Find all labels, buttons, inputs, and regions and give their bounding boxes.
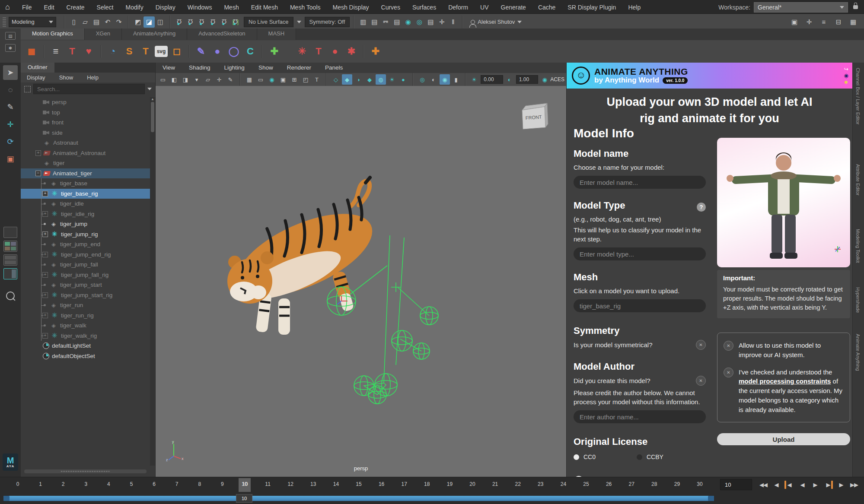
- menu-edit-mesh[interactable]: Edit Mesh: [245, 4, 284, 11]
- select-tool-button[interactable]: ➤: [3, 65, 18, 80]
- go-to-end-button[interactable]: ▶▶: [848, 479, 860, 491]
- menu-edit[interactable]: Edit: [38, 4, 60, 11]
- home-icon[interactable]: ⌂: [5, 3, 10, 12]
- frame-tick[interactable]: 1: [34, 481, 47, 487]
- arc-curve-icon[interactable]: C: [243, 44, 258, 59]
- frame-tick[interactable]: 7: [170, 481, 183, 487]
- make-live-icon[interactable]: [Ω]: [230, 16, 241, 28]
- pan-zoom-icon[interactable]: ✛: [214, 74, 224, 85]
- character-controls-icon[interactable]: ✛: [803, 16, 815, 28]
- frame-tick[interactable]: 13: [307, 481, 320, 487]
- outliner-item-tiger-run[interactable]: ◈tiger_run: [21, 300, 150, 311]
- frame-tick[interactable]: 3: [80, 481, 92, 487]
- isolate-select-icon[interactable]: ◎: [417, 74, 427, 85]
- outliner-item-tiger-jump-fall[interactable]: ◈tiger_jump_fall: [21, 260, 150, 270]
- paint-effects-to-polygons-icon[interactable]: ▤: [425, 16, 436, 28]
- paint-ring-icon[interactable]: ◯: [226, 44, 241, 59]
- license-option-cc0[interactable]: CC0: [574, 453, 637, 460]
- range-slider-bar[interactable]: [3, 496, 714, 501]
- outliner-item-astronaut[interactable]: ◈Astronaut: [21, 138, 150, 148]
- ipr-render-icon[interactable]: IPR: [380, 16, 391, 28]
- frame-tick[interactable]: 15: [352, 481, 365, 487]
- motion-blur-icon[interactable]: ▮: [451, 74, 461, 85]
- sidebar-tab-modeling-toolkit[interactable]: Modeling Toolkit: [855, 229, 861, 263]
- step-back-frame-button[interactable]: ◀: [770, 479, 782, 491]
- sweep-mesh-icon[interactable]: ◔: [105, 44, 120, 59]
- gate-mask-icon[interactable]: ▣: [278, 74, 288, 85]
- toolbar-grip[interactable]: [3, 17, 6, 27]
- consent-link[interactable]: model processing constraints: [739, 377, 831, 385]
- camera-lock-icon[interactable]: ◧: [169, 74, 179, 85]
- frame-tick[interactable]: 11: [261, 481, 274, 487]
- channel-box-toggle-icon[interactable]: ≡: [818, 16, 829, 28]
- poly-remesh-icon[interactable]: ◻: [169, 44, 184, 59]
- select-component-icon[interactable]: ◫: [155, 16, 166, 28]
- viewport-menu-view[interactable]: View: [156, 64, 182, 71]
- resolution-gate-icon[interactable]: ◉: [267, 74, 277, 85]
- filter-icon[interactable]: [24, 86, 31, 92]
- viewport-canvas[interactable]: FRONT y x z persp: [156, 86, 566, 477]
- field-chart-icon[interactable]: ⊞: [289, 74, 300, 85]
- outliner-item-animated-astronaut[interactable]: +Animated_Astronaut: [21, 148, 150, 158]
- outliner-item-animated-tiger[interactable]: −Animated_tiger: [21, 168, 150, 179]
- expander-icon[interactable]: +: [35, 150, 41, 156]
- shelf-gear-icon[interactable]: ✱: [5, 44, 16, 52]
- menu-set-dropdown[interactable]: Modeling: [9, 17, 56, 27]
- shelf-tab-xgen[interactable]: XGen: [85, 29, 122, 40]
- time-slider[interactable]: 10 0123456789101112131415161718192021222…: [0, 477, 864, 493]
- license-option-ccby[interactable]: CCBY: [637, 453, 700, 460]
- pause-icon[interactable]: ‖: [447, 16, 459, 28]
- frame-tick[interactable]: 25: [580, 481, 593, 487]
- expander-icon[interactable]: +: [42, 252, 48, 257]
- frame-tick[interactable]: 10: [239, 481, 252, 487]
- shelf-editor-icon[interactable]: ▦: [848, 16, 859, 28]
- frame-tick[interactable]: 30: [693, 481, 706, 487]
- textured-mode-icon[interactable]: ◑: [353, 74, 363, 85]
- type-tool-icon[interactable]: T: [65, 44, 80, 59]
- attribute-editor-toggle-icon[interactable]: ⊟: [833, 16, 844, 28]
- light-editor-icon[interactable]: ◎: [414, 16, 425, 28]
- frame-tick[interactable]: 28: [648, 481, 661, 487]
- xgen-guide-icon[interactable]: ●: [328, 44, 342, 59]
- render-sequence-icon[interactable]: ▤: [391, 16, 402, 28]
- frame-tick[interactable]: 22: [511, 481, 524, 487]
- outliner-item-tiger-base[interactable]: ◈tiger_base: [21, 178, 150, 189]
- menu-windows[interactable]: Windows: [182, 4, 218, 11]
- step-forward-frame-button[interactable]: ▶: [835, 479, 847, 491]
- outliner-item-tiger-jump[interactable]: ◈tiger_jump: [21, 219, 150, 229]
- xray-icon[interactable]: ◐: [428, 74, 439, 85]
- gamma-icon[interactable]: ◐: [505, 74, 514, 85]
- search-input[interactable]: [33, 84, 145, 94]
- outliner-tab[interactable]: Outliner: [21, 63, 54, 73]
- outliner-menu-display[interactable]: Display: [21, 74, 51, 81]
- model-name-input[interactable]: [574, 176, 706, 189]
- viewport-menu-panels[interactable]: Panels: [318, 64, 350, 71]
- exposure-icon[interactable]: ☀: [470, 74, 478, 85]
- user-account-dropdown[interactable]: Aleksei Shutov: [471, 19, 522, 25]
- chevron-down-icon[interactable]: [297, 21, 301, 23]
- range-slider[interactable]: 10: [0, 492, 864, 504]
- open-render-view-icon[interactable]: ▥: [357, 16, 369, 28]
- mash-waiter-icon[interactable]: ≡: [48, 44, 63, 59]
- outliner-item-tiger-jump-end[interactable]: ◈tiger_jump_end: [21, 239, 150, 250]
- menu-cache[interactable]: Cache: [532, 4, 561, 11]
- new-scene-icon[interactable]: ▯: [68, 16, 80, 28]
- outliner-item-defaultobjectset[interactable]: defaultObjectSet: [21, 351, 150, 361]
- frame-tick[interactable]: 12: [284, 481, 297, 487]
- view-cube[interactable]: FRONT: [520, 101, 550, 131]
- move-tool-button[interactable]: ✛: [3, 117, 18, 132]
- play-backwards-button[interactable]: ◀: [796, 479, 808, 491]
- lasso-tool-button[interactable]: ◌: [3, 82, 18, 97]
- shelf-tab-mash[interactable]: MASH: [257, 29, 297, 40]
- live-surface-dropdown[interactable]: No Live Surface: [244, 17, 293, 27]
- sidebar-tab-channel-box-layer-editor[interactable]: Channel Box / Layer Editor: [855, 68, 861, 124]
- frame-tick[interactable]: 29: [670, 481, 683, 487]
- redo-icon[interactable]: ↷: [113, 16, 124, 28]
- logout-icon[interactable]: ↪: [844, 67, 848, 72]
- workspace-dropdown[interactable]: General*: [754, 2, 848, 13]
- shelf-tab-toggle-icon[interactable]: ▤: [5, 32, 16, 40]
- wireframe-mode-icon[interactable]: ◇: [331, 74, 341, 85]
- viewport-menu-show[interactable]: Show: [252, 64, 280, 71]
- menu-generate[interactable]: Generate: [495, 4, 532, 11]
- select-hierarchy-icon[interactable]: ◩: [132, 16, 143, 28]
